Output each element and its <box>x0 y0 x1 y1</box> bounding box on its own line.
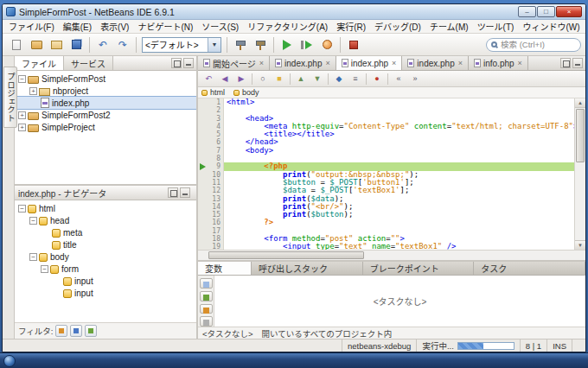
redo-button[interactable]: ↷ <box>113 35 132 54</box>
config-selector[interactable]: <デフォルト>▼ <box>142 37 221 53</box>
line-number[interactable]: 1 <box>209 98 224 106</box>
line-number[interactable]: 4 <box>209 123 224 130</box>
tree-item-index-php[interactable]: index.php <box>15 97 196 109</box>
shift-right-button[interactable]: » <box>407 72 423 86</box>
line-number[interactable]: 18 <box>209 235 224 243</box>
menu-item[interactable]: 表示(V) <box>96 20 133 33</box>
stop-button[interactable] <box>344 35 363 54</box>
maximize-editor-icon[interactable] <box>572 58 583 68</box>
undo-button[interactable]: ↶ <box>93 35 112 54</box>
tree-item-simpleformpost2[interactable]: +SimpleFormPost2 <box>15 109 196 121</box>
expander-icon[interactable]: − <box>18 205 26 213</box>
close-button[interactable]: × <box>556 6 582 17</box>
tab-files[interactable]: ファイル <box>15 56 64 70</box>
line-number[interactable]: 17 <box>209 227 224 235</box>
tab-services[interactable]: サービス <box>64 56 113 70</box>
scroll-down-icon[interactable]: ▼ <box>575 240 585 250</box>
panel-float-icon[interactable] <box>168 187 178 198</box>
line-number[interactable]: 10 <box>209 171 224 179</box>
tab-tasks[interactable]: タスク <box>474 262 585 275</box>
menu-item[interactable]: ウィンドウ(W) <box>518 20 584 33</box>
nav-item-head[interactable]: −head <box>15 214 196 226</box>
titlebar[interactable]: SimpleFormPost - NetBeans IDE 6.9.1 – □ … <box>3 4 585 20</box>
footer-scope-label[interactable]: 開いているすべてのプロジェクト内 <box>262 327 393 339</box>
projects-vertical-tab[interactable]: プロジェクト <box>3 67 17 128</box>
find-selection-button[interactable]: ○ <box>255 72 271 86</box>
nav-item-input-1[interactable]: input <box>15 275 196 287</box>
filter-toggle-2-icon[interactable] <box>70 325 82 337</box>
tab-index-php-2[interactable]: index.php× <box>336 56 403 70</box>
new-file-button[interactable] <box>7 35 26 54</box>
expander-icon[interactable]: + <box>18 111 26 119</box>
tab-index-php-3[interactable]: index.php× <box>402 56 469 70</box>
expander-icon[interactable]: + <box>18 124 26 131</box>
shift-left-button[interactable]: « <box>391 72 406 86</box>
vertical-scroll-thumb[interactable] <box>576 109 585 162</box>
profile-button[interactable] <box>317 35 336 54</box>
highlight-search-button[interactable]: ■ <box>272 72 287 86</box>
tab-variables[interactable]: 変数 <box>198 262 252 275</box>
taskbar[interactable] <box>0 352 588 368</box>
panel-minimize-icon[interactable] <box>183 58 194 68</box>
menu-item[interactable]: ツール(T) <box>473 20 519 33</box>
line-number[interactable]: 2 <box>209 106 224 114</box>
filter-toggle-1-icon[interactable] <box>55 325 67 337</box>
tab-start-page[interactable]: 開始ページ× <box>198 56 270 70</box>
tree-item-simpleformpost[interactable]: −SimpleFormPost <box>15 73 196 85</box>
tab-breakpoints[interactable]: ブレークポイント <box>363 262 475 275</box>
tree-item-simpleproject[interactable]: +SimpleProject <box>15 121 196 133</box>
line-number[interactable]: 13 <box>209 195 224 203</box>
line-number[interactable]: 6 <box>209 138 224 146</box>
task-refresh-icon[interactable] <box>200 291 213 301</box>
menu-item[interactable]: 編集(E) <box>59 20 96 33</box>
expander-icon[interactable]: − <box>18 75 26 83</box>
line-number[interactable]: 3 <box>209 115 224 123</box>
menu-item[interactable]: ファイル(F) <box>4 20 59 33</box>
back-button[interactable]: ◀ <box>217 72 233 86</box>
task-settings-icon[interactable] <box>200 316 213 327</box>
prev-occurrence-button[interactable]: ▲ <box>293 72 309 86</box>
nav-item-html[interactable]: −html <box>15 202 196 214</box>
horizontal-scroll-thumb[interactable] <box>208 251 364 259</box>
line-number[interactable]: 5 <box>209 130 224 138</box>
scroll-up-icon[interactable]: ▲ <box>575 98 585 108</box>
tab-list-icon[interactable] <box>560 58 571 68</box>
clean-build-button[interactable] <box>251 35 270 54</box>
breadcrumb-item[interactable]: body <box>233 88 259 97</box>
panel-float-icon[interactable] <box>171 58 182 68</box>
expander-icon[interactable]: + <box>29 87 37 95</box>
debug-button[interactable] <box>297 35 316 54</box>
expander-icon[interactable]: − <box>29 253 37 261</box>
menu-item[interactable]: デバッグ(D) <box>370 20 425 33</box>
line-number[interactable]: 11 <box>209 179 224 187</box>
tree-item-nbproject[interactable]: +nbproject <box>15 85 196 97</box>
expander-icon[interactable]: − <box>41 265 48 273</box>
vertical-scrollbar[interactable]: ▲ ▼ <box>574 98 585 250</box>
panel-minimize-icon[interactable] <box>180 187 190 198</box>
close-icon[interactable]: × <box>325 59 329 67</box>
menu-item[interactable]: ナビゲート(N) <box>133 20 197 33</box>
line-number[interactable]: 14 <box>209 203 224 211</box>
line-number[interactable]: 7 <box>209 147 224 155</box>
line-number[interactable]: 12 <box>209 187 224 194</box>
close-icon[interactable]: × <box>518 59 522 67</box>
macro-record-button[interactable]: ● <box>369 72 385 86</box>
maximize-button[interactable]: □ <box>537 6 555 17</box>
breadcrumb-item[interactable]: html <box>201 88 225 97</box>
nav-item-meta[interactable]: meta <box>15 226 196 238</box>
close-icon[interactable]: × <box>458 59 463 67</box>
run-button[interactable] <box>278 35 297 54</box>
open-project-button[interactable] <box>47 35 66 54</box>
code-area[interactable]: 1<html>23 <head>4 <meta http-equiv="Cont… <box>198 98 574 250</box>
tab-call-stack[interactable]: 呼び出しスタック <box>252 262 363 275</box>
build-button[interactable] <box>231 35 250 54</box>
minimize-button[interactable]: – <box>518 6 536 17</box>
menu-item[interactable]: 実行(R) <box>332 20 370 33</box>
line-number[interactable]: 19 <box>209 243 224 250</box>
filter-toggle-3-icon[interactable] <box>85 325 97 337</box>
search-input[interactable] <box>501 40 576 49</box>
search-box[interactable] <box>486 38 581 52</box>
horizontal-scrollbar[interactable] <box>198 250 585 260</box>
forward-button[interactable]: ▶ <box>233 72 249 86</box>
start-button[interactable] <box>3 355 16 367</box>
